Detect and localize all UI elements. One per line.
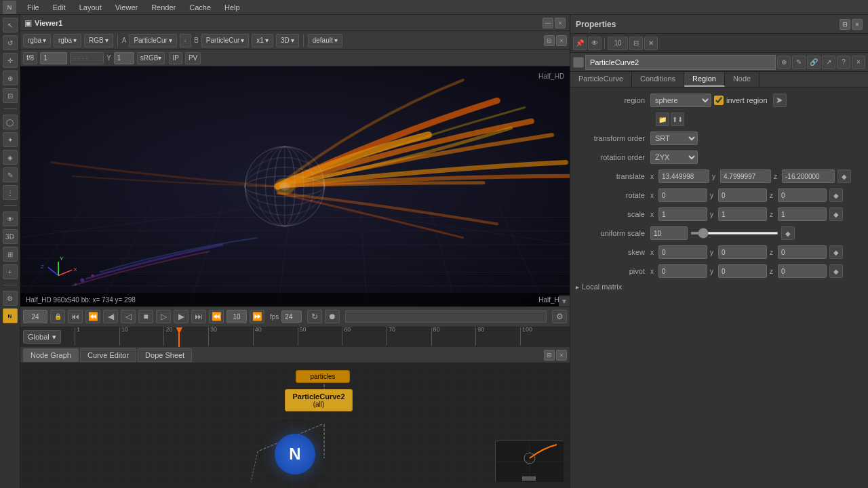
node-edit-btn[interactable]: ✎: [792, 56, 806, 69]
rw-btn[interactable]: ⏪: [209, 310, 224, 323]
scale-key-btn[interactable]: ◆: [829, 207, 843, 221]
translate-key-btn[interactable]: ◆: [837, 169, 851, 183]
canvas-scroll-btn[interactable]: ▼: [559, 296, 570, 306]
toolbar-close-btn[interactable]: ×: [556, 35, 567, 46]
tool-circle[interactable]: ◯: [3, 115, 18, 129]
tool-plus[interactable]: +: [3, 264, 18, 279]
region-select[interactable]: sphere box cylinder: [650, 94, 711, 107]
particles-node[interactable]: particles: [296, 370, 350, 383]
tool-logo[interactable]: N: [3, 308, 18, 323]
frame-display[interactable]: f/8: [23, 52, 37, 64]
region-link-btn[interactable]: ⬆⬇: [671, 113, 684, 126]
tool-node[interactable]: ◈: [3, 150, 18, 165]
stop-btn[interactable]: ■: [138, 310, 153, 323]
thumbnail-scroll[interactable]: [522, 476, 536, 481]
lock-btn[interactable]: 🔒: [50, 310, 65, 323]
scale-y-input[interactable]: [718, 207, 767, 221]
pv-btn[interactable]: PV: [185, 52, 201, 64]
uniform-scale-key-btn[interactable]: ◆: [781, 226, 795, 240]
menu-help[interactable]: Help: [222, 2, 243, 13]
translate-y-input[interactable]: [720, 169, 771, 183]
tab-node[interactable]: Node: [725, 72, 760, 87]
pivot-y-input[interactable]: [718, 264, 767, 278]
fps-value[interactable]: 24: [281, 310, 302, 323]
tab-dope-sheet[interactable]: Dope Sheet: [138, 348, 192, 362]
rotate-y-input[interactable]: [718, 188, 767, 202]
skew-z-input[interactable]: [778, 245, 827, 259]
node-section-minimize-btn[interactable]: ⊟: [544, 350, 555, 361]
tool-eye[interactable]: 👁: [3, 211, 18, 226]
tool-star[interactable]: ✦: [3, 132, 18, 147]
view-mode[interactable]: 3D ▾: [276, 34, 299, 47]
props-extra-btn[interactable]: ✕: [644, 37, 658, 50]
menu-viewer[interactable]: Viewer: [113, 2, 140, 13]
step-fwd2-btn[interactable]: ▷: [156, 310, 171, 323]
timeline-ruler[interactable]: 1102030405060708090100: [75, 327, 570, 347]
props-collapse-btn[interactable]: ⊟: [629, 37, 643, 50]
tool-grid[interactable]: ⊞: [3, 247, 18, 262]
menu-layout[interactable]: Layout: [77, 2, 104, 13]
viewer-minimize-btn[interactable]: —: [542, 18, 553, 28]
step-back-btn[interactable]: ◀: [103, 310, 118, 323]
pivot-z-input[interactable]: [778, 264, 827, 278]
viewer-close-btn[interactable]: ×: [555, 18, 566, 28]
node-section-close-btn[interactable]: ×: [556, 350, 567, 361]
uniform-scale-slider[interactable]: [690, 232, 778, 235]
viewer-canvas[interactable]: X Y Z Half_HD Half_HD 960x540 bb: x= 734…: [20, 66, 570, 306]
step-back2-btn[interactable]: ◁: [121, 310, 136, 323]
tool-paint[interactable]: ✎: [3, 167, 18, 182]
channel-rgb[interactable]: RGB ▾: [84, 34, 113, 47]
menu-file[interactable]: File: [24, 2, 42, 13]
particle-curve2-node[interactable]: ParticleCurve2 (all): [285, 389, 353, 411]
global-dropdown[interactable]: Global ▾: [23, 330, 61, 344]
prev-keyframe-btn[interactable]: ⏪: [85, 310, 100, 323]
tab-node-graph[interactable]: Node Graph: [23, 348, 79, 362]
tool-rotate[interactable]: ↺: [3, 35, 18, 50]
uniform-scale-input[interactable]: [650, 226, 688, 240]
tab-particle-curve[interactable]: ParticleCurve: [570, 72, 632, 87]
props-minimize-btn[interactable]: ⊟: [840, 19, 850, 30]
channel-rgba2[interactable]: rgba ▾: [54, 34, 81, 47]
toolbar-collapse-btn[interactable]: ⊟: [544, 35, 555, 46]
current-frame-input[interactable]: [23, 310, 47, 323]
scale-z-input[interactable]: [778, 207, 827, 221]
tool-dots[interactable]: ⋮: [3, 185, 18, 200]
props-close-btn[interactable]: ×: [852, 19, 863, 30]
channel-rgba1[interactable]: rgba ▾: [23, 34, 51, 47]
node-graph-area[interactable]: particles ParticleCurve2 (all) N: [20, 363, 570, 488]
rotate-key-btn[interactable]: ◆: [829, 188, 843, 202]
b-source[interactable]: ParticleCur ▾: [201, 34, 249, 47]
record-btn[interactable]: ⏺: [325, 310, 340, 323]
tab-region[interactable]: Region: [684, 72, 725, 87]
region-folder-btn[interactable]: 📁: [656, 113, 669, 126]
loop-btn[interactable]: ↻: [307, 310, 322, 323]
tool-3d[interactable]: 3D: [3, 229, 18, 244]
node-color-swatch[interactable]: [573, 57, 584, 68]
node-view-btn[interactable]: ⊕: [777, 56, 791, 69]
node-help-btn[interactable]: ?: [837, 56, 850, 69]
y-input[interactable]: [114, 52, 134, 64]
invert-region-checkbox[interactable]: [714, 96, 724, 105]
ip-btn[interactable]: IP: [169, 52, 182, 64]
local-matrix-header[interactable]: ▸ Local matrix: [576, 283, 863, 291]
translate-x-input[interactable]: [658, 169, 709, 183]
skew-y-input[interactable]: [718, 245, 767, 259]
skew-key-btn[interactable]: ◆: [829, 245, 843, 259]
menu-edit[interactable]: Edit: [50, 2, 68, 13]
color-space-btn[interactable]: sRGB ▾: [137, 52, 165, 64]
menu-cache[interactable]: Cache: [186, 2, 214, 13]
tool-move[interactable]: ✛: [3, 53, 18, 68]
a-source[interactable]: ParticleCur ▾: [129, 34, 176, 47]
rotate-x-input[interactable]: [658, 188, 707, 202]
scale-x-input[interactable]: [658, 207, 707, 221]
timeline-settings-btn[interactable]: ⚙: [552, 310, 567, 323]
props-num-btn[interactable]: 10: [608, 37, 628, 50]
ff-btn[interactable]: ⏩: [250, 310, 264, 323]
lut-select[interactable]: default ▾: [308, 34, 342, 47]
tool-crop[interactable]: ⊡: [3, 88, 18, 103]
progress-bar[interactable]: [345, 310, 547, 323]
node-close-btn[interactable]: ×: [852, 56, 865, 69]
skip-to-start-btn[interactable]: ⏮: [68, 310, 83, 323]
node-link-btn[interactable]: 🔗: [807, 56, 821, 69]
rotate-z-input[interactable]: [778, 188, 827, 202]
